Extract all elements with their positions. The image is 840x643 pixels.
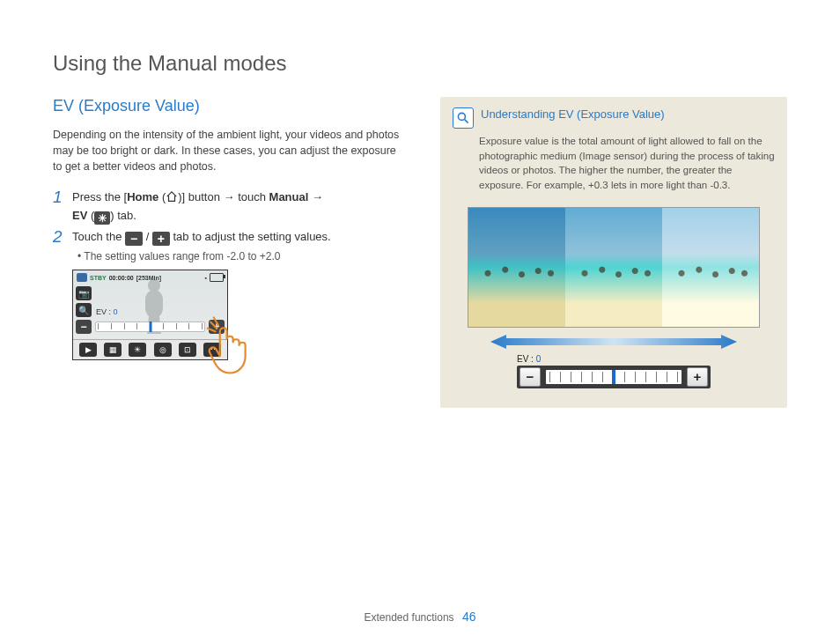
- ev-tab-icon: ☀: [94, 211, 110, 225]
- plus-icon: +: [152, 232, 170, 246]
- svg-point-0: [458, 113, 465, 120]
- exposure-triptych: [468, 207, 760, 328]
- camera-status-bar: STBY 00:00:00 [253Min] ▪: [77, 273, 224, 282]
- text: Press the [: [72, 190, 127, 203]
- text: Touch the: [72, 230, 125, 243]
- arrow-icon: →: [308, 190, 323, 203]
- arrow-icon: →: [224, 190, 235, 203]
- ev-slider[interactable]: [95, 322, 205, 332]
- zoom-icon[interactable]: 🔍: [76, 303, 92, 317]
- stby-indicator: STBY: [90, 275, 107, 281]
- text: tab to adjust the setting values.: [173, 230, 330, 243]
- text: ) tab.: [110, 209, 136, 222]
- step-number: 1: [53, 188, 65, 207]
- ev-tab-icon[interactable]: ☀: [129, 343, 146, 357]
- home-label: Home: [127, 190, 158, 203]
- step-number: 2: [53, 228, 65, 247]
- play-tab-icon[interactable]: ▶: [79, 343, 97, 357]
- text: )] button: [178, 190, 223, 203]
- svg-marker-2: [490, 335, 737, 349]
- focus-tab-icon[interactable]: ◎: [154, 343, 172, 357]
- photo-mode-icon[interactable]: 📷: [76, 286, 92, 300]
- page-footer: Extended functions 46: [0, 610, 840, 624]
- info-box: Understanding EV (Exposure Value) Exposu…: [440, 97, 787, 408]
- text: (: [87, 209, 94, 222]
- section-title: EV (Exposure Value): [53, 97, 405, 115]
- info-ev-readout: EV : 0: [517, 354, 711, 364]
- magnifier-icon: [453, 107, 474, 129]
- info-title: Understanding EV (Exposure Value): [481, 107, 665, 121]
- home-icon: [166, 189, 178, 200]
- exposure-low: [468, 208, 565, 327]
- exposure-high: [662, 208, 759, 327]
- intro-text: Depending on the intensity of the ambien…: [53, 127, 405, 174]
- ev-minus-button[interactable]: −: [76, 320, 92, 334]
- ev-slider-track[interactable]: [546, 370, 682, 384]
- step-1: 1 Press the [Home ()] button → touch Man…: [53, 188, 405, 225]
- text: /: [146, 230, 152, 243]
- svg-line-1: [465, 120, 468, 123]
- page-title: Using the Manual modes: [53, 51, 787, 76]
- scene-tab-icon[interactable]: ▦: [104, 343, 122, 357]
- step-2-bullet: The setting values range from -2.0 to +2…: [77, 250, 405, 262]
- touch-finger-icon: [206, 314, 268, 376]
- info-text: Exposure value is the total amount of li…: [479, 134, 775, 193]
- remaining-time: [253Min]: [136, 275, 161, 281]
- manual-label: Manual: [269, 190, 309, 203]
- ev-label: EV: [72, 209, 87, 222]
- rec-time: 00:00:00: [109, 275, 134, 281]
- exposure-arrow: [468, 333, 759, 351]
- camera-screen: STBY 00:00:00 [253Min] ▪ 📷 🔍: [72, 270, 228, 360]
- ev-readout: EV : 0: [96, 307, 118, 316]
- battery-icon: [210, 273, 224, 282]
- minus-icon: −: [125, 232, 143, 246]
- footer-section: Extended functions: [365, 611, 454, 624]
- wb-tab-icon[interactable]: ⊡: [179, 343, 196, 357]
- exposure-mid: [565, 208, 662, 327]
- step-2: 2 Touch the − / + tab to adjust the sett…: [53, 228, 405, 247]
- info-ev-slider: − +: [517, 366, 711, 388]
- mode-badge-icon: [77, 273, 87, 282]
- card-icon: ▪: [205, 275, 207, 281]
- text: touch: [235, 190, 269, 203]
- ev-plus-button[interactable]: +: [687, 367, 708, 387]
- camera-bottom-tabs: ▶ ▦ ☀ ◎ ⊡ ⋯: [73, 339, 227, 359]
- ev-minus-button[interactable]: −: [519, 367, 541, 387]
- page-number: 46: [462, 610, 476, 624]
- text: (: [158, 190, 166, 203]
